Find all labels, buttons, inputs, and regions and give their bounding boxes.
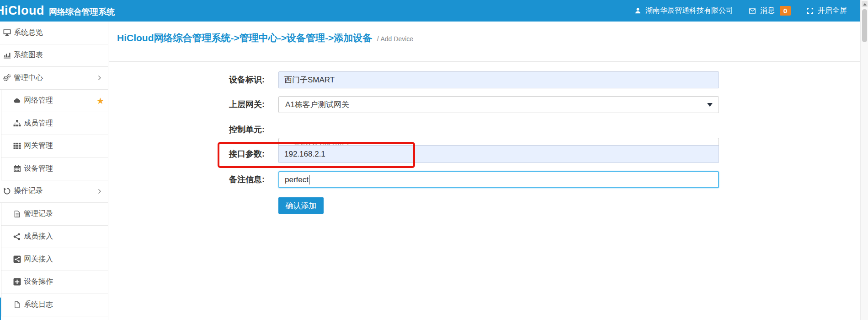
- messages-count-badge: 0: [780, 6, 791, 16]
- sidebar-item-label: 成员管理: [24, 119, 53, 128]
- app-logo: HiCloud 网络综合管理系统: [0, 4, 115, 18]
- plus-square-icon: [12, 278, 21, 286]
- remark-input[interactable]: perfect: [278, 171, 719, 188]
- confirm-add-button[interactable]: 确认添加: [278, 197, 324, 214]
- sidebar-item-member-access[interactable]: 成员接入: [1, 226, 108, 249]
- sidebar-item-label: 管理中心: [14, 73, 43, 83]
- company-name: 湖南华辰智通科技有限公司: [645, 6, 733, 16]
- sidebar-item-label: 系统日志: [24, 300, 53, 309]
- control-unit-label: 控制单元:: [109, 121, 265, 138]
- scroll-up-icon: [863, 3, 867, 5]
- sidebar-item-label: 操作记录: [14, 186, 43, 196]
- sidebar-item-system-logs[interactable]: 系统日志: [1, 293, 108, 316]
- remark-value: perfect: [285, 175, 309, 184]
- text-cursor: [309, 175, 310, 184]
- breadcrumb-path: HiCloud网络综合管理系统->管理中心->设备管理->添加设备: [117, 33, 372, 43]
- main-content: HiCloud网络综合管理系统->管理中心->设备管理->添加设备 / Add …: [109, 22, 860, 320]
- breadcrumb-suffix: / Add Device: [377, 35, 413, 43]
- sidebar-item-label: 网络管理: [24, 96, 53, 105]
- device-id-value: 西门子SMART: [284, 75, 335, 85]
- scrollbar-thumb[interactable]: [862, 9, 867, 42]
- sidebar-item-management-records[interactable]: 管理记录: [1, 203, 108, 226]
- fullscreen-label: 开启全屏: [818, 6, 847, 16]
- sidebar-scroll-indicator: [0, 298, 1, 320]
- share-icon: [12, 233, 21, 240]
- chevron-down-icon: [707, 103, 713, 107]
- management-center-submenu: 网络管理 ★ 成员管理 网关管理 设备管理: [1, 90, 108, 180]
- sidebar-item-label: 系统总览: [14, 28, 43, 38]
- user-icon: [633, 7, 642, 14]
- sidebar-item-label: 网关管理: [24, 141, 53, 151]
- sidebar-item-system-overview[interactable]: 系统总览: [0, 22, 108, 44]
- device-id-label: 设备标识:: [109, 71, 265, 88]
- sidebar-item-operation-records[interactable]: 操作记录: [0, 180, 108, 203]
- company-account[interactable]: 湖南华辰智通科技有限公司: [633, 6, 733, 16]
- upper-gateway-value: A1栋客户测试网关: [285, 99, 349, 110]
- messages-button[interactable]: 消息 0: [748, 6, 791, 16]
- gears-icon: [2, 74, 11, 82]
- sidebar-item-gateway-access[interactable]: 网关接入: [1, 248, 108, 271]
- file-icon: [12, 301, 21, 309]
- chevron-right-icon: [96, 75, 102, 81]
- sidebar-item-label: 网关接入: [24, 255, 53, 264]
- app-window: HiCloud 网络综合管理系统 湖南华辰智通科技有限公司 消息 0: [0, 0, 868, 320]
- sidebar-item-management-center[interactable]: 管理中心: [0, 67, 108, 90]
- interface-params-input[interactable]: 192.168.2.1: [278, 145, 719, 163]
- sitemap-icon: [12, 119, 21, 127]
- sidebar-item-device-operations[interactable]: 设备操作: [1, 271, 108, 294]
- remark-label: 备注信息:: [109, 171, 265, 188]
- chevron-right-icon: [96, 188, 102, 194]
- upper-gateway-label: 上层网关:: [109, 96, 265, 113]
- cloud-icon: [12, 97, 21, 104]
- envelope-icon: [748, 8, 757, 14]
- fullscreen-button[interactable]: 开启全屏: [805, 6, 847, 16]
- header-actions: 湖南华辰智通科技有限公司 消息 0 开启全屏: [633, 6, 868, 16]
- share-square-icon: [12, 255, 21, 263]
- top-header: HiCloud 网络综合管理系统 湖南华辰智通科技有限公司 消息 0: [0, 0, 868, 22]
- calendar-icon: [12, 165, 21, 173]
- history-icon: [2, 187, 11, 195]
- sidebar-item-network-management[interactable]: 网络管理 ★: [1, 90, 108, 113]
- device-id-input[interactable]: 西门子SMART: [278, 71, 719, 88]
- file-text-icon: [12, 210, 21, 218]
- fullscreen-icon: [805, 7, 815, 14]
- scrollbar-up-button[interactable]: [862, 1, 868, 7]
- sidebar-item-label: 管理记录: [24, 209, 53, 219]
- sidebar-item-member-management[interactable]: 成员管理: [1, 112, 108, 135]
- breadcrumb: HiCloud网络综合管理系统->管理中心->设备管理->添加设备 / Add …: [117, 32, 413, 44]
- sidebar-item-gateway-management[interactable]: 网关管理: [1, 135, 108, 158]
- monitor-icon: [2, 29, 11, 37]
- messages-label: 消息: [760, 6, 775, 16]
- sidebar-item-system-charts[interactable]: 系统图表: [0, 44, 108, 67]
- sidebar-nav: 系统总览 系统图表 管理中心 网络管理 ★: [0, 22, 108, 320]
- interface-params-value: 192.168.2.1: [284, 150, 325, 159]
- vertical-scrollbar[interactable]: [860, 0, 868, 320]
- bar-chart-icon: [2, 51, 11, 59]
- logo-text-bold: HiCloud: [0, 4, 44, 18]
- grid-icon: [12, 142, 21, 150]
- operation-records-submenu: 管理记录 成员接入 网关接入 设备操作: [1, 203, 108, 316]
- sidebar-item-label: 系统图表: [14, 50, 43, 60]
- sidebar-item-label: 设备管理: [24, 164, 53, 174]
- upper-gateway-select[interactable]: A1栋客户测试网关: [278, 96, 719, 113]
- divider: [109, 61, 860, 62]
- interface-params-label: 接口参数:: [109, 145, 265, 163]
- favorite-star-icon[interactable]: ★: [96, 96, 104, 105]
- logo-text-subtitle: 网络综合管理系统: [49, 6, 115, 17]
- sidebar-item-label: 设备操作: [24, 277, 53, 287]
- sidebar-item-device-management[interactable]: 设备管理: [1, 157, 108, 180]
- sidebar-item-label: 成员接入: [24, 232, 53, 241]
